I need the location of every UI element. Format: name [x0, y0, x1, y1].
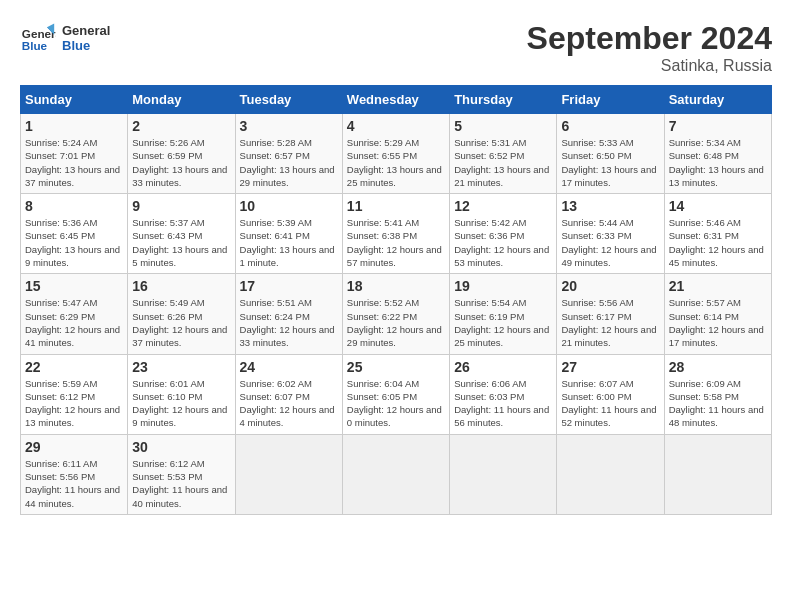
logo-general: General: [62, 23, 110, 38]
calendar-row: 15Sunrise: 5:47 AMSunset: 6:29 PMDayligh…: [21, 274, 772, 354]
calendar-cell: 22Sunrise: 5:59 AMSunset: 6:12 PMDayligh…: [21, 354, 128, 434]
calendar-cell: 10Sunrise: 5:39 AMSunset: 6:41 PMDayligh…: [235, 194, 342, 274]
day-number: 18: [347, 278, 445, 294]
day-number: 20: [561, 278, 659, 294]
title-block: September 2024 Satinka, Russia: [527, 20, 772, 75]
weekday-header: Saturday: [664, 86, 771, 114]
calendar-cell: 7Sunrise: 5:34 AMSunset: 6:48 PMDaylight…: [664, 114, 771, 194]
day-number: 15: [25, 278, 123, 294]
day-number: 29: [25, 439, 123, 455]
month-title: September 2024: [527, 20, 772, 57]
day-number: 3: [240, 118, 338, 134]
weekday-header: Thursday: [450, 86, 557, 114]
day-info: Sunrise: 5:59 AMSunset: 6:12 PMDaylight:…: [25, 377, 123, 430]
day-info: Sunrise: 6:04 AMSunset: 6:05 PMDaylight:…: [347, 377, 445, 430]
logo-blue: Blue: [62, 38, 110, 53]
day-info: Sunrise: 6:01 AMSunset: 6:10 PMDaylight:…: [132, 377, 230, 430]
day-info: Sunrise: 6:12 AMSunset: 5:53 PMDaylight:…: [132, 457, 230, 510]
calendar-row: 22Sunrise: 5:59 AMSunset: 6:12 PMDayligh…: [21, 354, 772, 434]
calendar-cell: 19Sunrise: 5:54 AMSunset: 6:19 PMDayligh…: [450, 274, 557, 354]
calendar-cell: 1Sunrise: 5:24 AMSunset: 7:01 PMDaylight…: [21, 114, 128, 194]
day-number: 6: [561, 118, 659, 134]
day-number: 5: [454, 118, 552, 134]
header: General Blue General Blue September 2024…: [20, 20, 772, 75]
day-info: Sunrise: 5:41 AMSunset: 6:38 PMDaylight:…: [347, 216, 445, 269]
day-number: 19: [454, 278, 552, 294]
location-title: Satinka, Russia: [527, 57, 772, 75]
logo-icon: General Blue: [20, 20, 56, 56]
calendar-cell: 17Sunrise: 5:51 AMSunset: 6:24 PMDayligh…: [235, 274, 342, 354]
day-info: Sunrise: 5:52 AMSunset: 6:22 PMDaylight:…: [347, 296, 445, 349]
day-number: 24: [240, 359, 338, 375]
weekday-header: Tuesday: [235, 86, 342, 114]
calendar-header: SundayMondayTuesdayWednesdayThursdayFrid…: [21, 86, 772, 114]
calendar-cell: 23Sunrise: 6:01 AMSunset: 6:10 PMDayligh…: [128, 354, 235, 434]
day-info: Sunrise: 5:29 AMSunset: 6:55 PMDaylight:…: [347, 136, 445, 189]
day-info: Sunrise: 5:49 AMSunset: 6:26 PMDaylight:…: [132, 296, 230, 349]
day-info: Sunrise: 5:31 AMSunset: 6:52 PMDaylight:…: [454, 136, 552, 189]
day-number: 27: [561, 359, 659, 375]
day-info: Sunrise: 6:02 AMSunset: 6:07 PMDaylight:…: [240, 377, 338, 430]
weekday-header: Wednesday: [342, 86, 449, 114]
day-number: 11: [347, 198, 445, 214]
day-info: Sunrise: 5:33 AMSunset: 6:50 PMDaylight:…: [561, 136, 659, 189]
weekday-header: Friday: [557, 86, 664, 114]
day-number: 28: [669, 359, 767, 375]
day-info: Sunrise: 5:34 AMSunset: 6:48 PMDaylight:…: [669, 136, 767, 189]
day-info: Sunrise: 5:26 AMSunset: 6:59 PMDaylight:…: [132, 136, 230, 189]
day-number: 2: [132, 118, 230, 134]
calendar-cell: [235, 434, 342, 514]
svg-text:Blue: Blue: [22, 39, 48, 52]
calendar-cell: [342, 434, 449, 514]
calendar-row: 29Sunrise: 6:11 AMSunset: 5:56 PMDayligh…: [21, 434, 772, 514]
day-number: 25: [347, 359, 445, 375]
calendar-body: 1Sunrise: 5:24 AMSunset: 7:01 PMDaylight…: [21, 114, 772, 515]
day-info: Sunrise: 5:36 AMSunset: 6:45 PMDaylight:…: [25, 216, 123, 269]
day-info: Sunrise: 6:09 AMSunset: 5:58 PMDaylight:…: [669, 377, 767, 430]
calendar-cell: [557, 434, 664, 514]
day-info: Sunrise: 5:24 AMSunset: 7:01 PMDaylight:…: [25, 136, 123, 189]
calendar-cell: 16Sunrise: 5:49 AMSunset: 6:26 PMDayligh…: [128, 274, 235, 354]
calendar-cell: 2Sunrise: 5:26 AMSunset: 6:59 PMDaylight…: [128, 114, 235, 194]
day-number: 30: [132, 439, 230, 455]
day-info: Sunrise: 5:57 AMSunset: 6:14 PMDaylight:…: [669, 296, 767, 349]
calendar-cell: 8Sunrise: 5:36 AMSunset: 6:45 PMDaylight…: [21, 194, 128, 274]
day-number: 17: [240, 278, 338, 294]
day-info: Sunrise: 5:42 AMSunset: 6:36 PMDaylight:…: [454, 216, 552, 269]
day-info: Sunrise: 5:54 AMSunset: 6:19 PMDaylight:…: [454, 296, 552, 349]
weekday-header: Sunday: [21, 86, 128, 114]
day-info: Sunrise: 5:28 AMSunset: 6:57 PMDaylight:…: [240, 136, 338, 189]
calendar-cell: 24Sunrise: 6:02 AMSunset: 6:07 PMDayligh…: [235, 354, 342, 434]
calendar-table: SundayMondayTuesdayWednesdayThursdayFrid…: [20, 85, 772, 515]
calendar-cell: 9Sunrise: 5:37 AMSunset: 6:43 PMDaylight…: [128, 194, 235, 274]
calendar-cell: 11Sunrise: 5:41 AMSunset: 6:38 PMDayligh…: [342, 194, 449, 274]
calendar-cell: 15Sunrise: 5:47 AMSunset: 6:29 PMDayligh…: [21, 274, 128, 354]
weekday-header: Monday: [128, 86, 235, 114]
day-info: Sunrise: 6:11 AMSunset: 5:56 PMDaylight:…: [25, 457, 123, 510]
calendar-cell: 21Sunrise: 5:57 AMSunset: 6:14 PMDayligh…: [664, 274, 771, 354]
calendar-cell: 6Sunrise: 5:33 AMSunset: 6:50 PMDaylight…: [557, 114, 664, 194]
calendar-cell: 27Sunrise: 6:07 AMSunset: 6:00 PMDayligh…: [557, 354, 664, 434]
day-info: Sunrise: 5:37 AMSunset: 6:43 PMDaylight:…: [132, 216, 230, 269]
calendar-cell: 5Sunrise: 5:31 AMSunset: 6:52 PMDaylight…: [450, 114, 557, 194]
calendar-cell: 18Sunrise: 5:52 AMSunset: 6:22 PMDayligh…: [342, 274, 449, 354]
calendar-cell: [664, 434, 771, 514]
calendar-cell: 29Sunrise: 6:11 AMSunset: 5:56 PMDayligh…: [21, 434, 128, 514]
calendar-cell: 20Sunrise: 5:56 AMSunset: 6:17 PMDayligh…: [557, 274, 664, 354]
calendar-cell: 14Sunrise: 5:46 AMSunset: 6:31 PMDayligh…: [664, 194, 771, 274]
calendar-cell: 25Sunrise: 6:04 AMSunset: 6:05 PMDayligh…: [342, 354, 449, 434]
day-number: 26: [454, 359, 552, 375]
calendar-row: 1Sunrise: 5:24 AMSunset: 7:01 PMDaylight…: [21, 114, 772, 194]
calendar-cell: 3Sunrise: 5:28 AMSunset: 6:57 PMDaylight…: [235, 114, 342, 194]
day-number: 10: [240, 198, 338, 214]
calendar-row: 8Sunrise: 5:36 AMSunset: 6:45 PMDaylight…: [21, 194, 772, 274]
day-info: Sunrise: 5:46 AMSunset: 6:31 PMDaylight:…: [669, 216, 767, 269]
day-number: 13: [561, 198, 659, 214]
day-number: 1: [25, 118, 123, 134]
day-info: Sunrise: 5:47 AMSunset: 6:29 PMDaylight:…: [25, 296, 123, 349]
day-info: Sunrise: 6:06 AMSunset: 6:03 PMDaylight:…: [454, 377, 552, 430]
calendar-cell: 26Sunrise: 6:06 AMSunset: 6:03 PMDayligh…: [450, 354, 557, 434]
logo: General Blue General Blue: [20, 20, 110, 56]
day-info: Sunrise: 5:39 AMSunset: 6:41 PMDaylight:…: [240, 216, 338, 269]
day-number: 4: [347, 118, 445, 134]
